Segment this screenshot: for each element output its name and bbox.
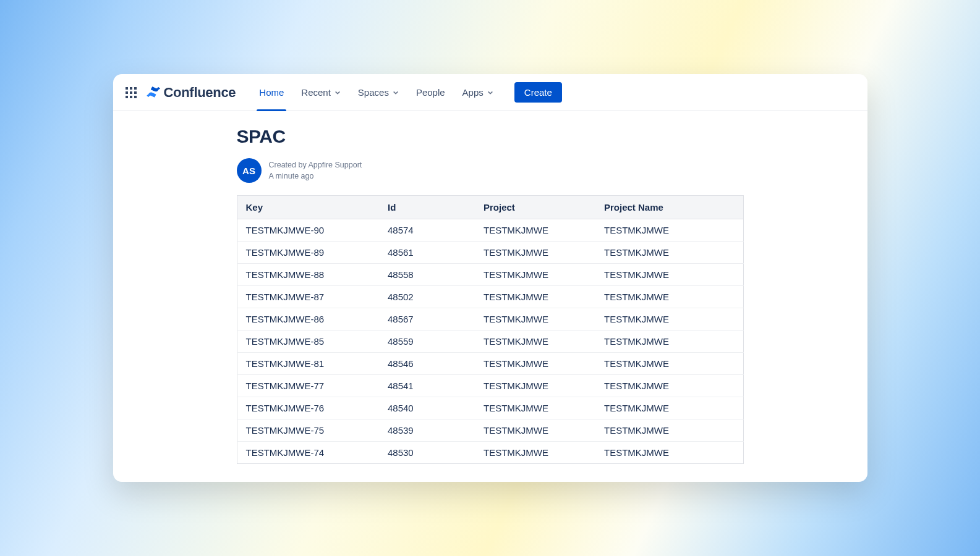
cell-key: TESTMKJMWE-87 <box>237 286 379 308</box>
cell-key: TESTMKJMWE-81 <box>237 353 379 375</box>
cell-project_name: TESTMKJMWE <box>595 353 743 375</box>
top-navigation: Confluence Home Recent Spaces People App… <box>113 74 867 111</box>
timestamp-text: A minute ago <box>269 171 362 182</box>
created-by-text: Created by Appfire Support <box>269 159 362 171</box>
nav-spaces[interactable]: Spaces <box>351 74 406 111</box>
cell-key: TESTMKJMWE-88 <box>237 264 379 286</box>
cell-id: 48561 <box>379 242 475 264</box>
cell-id: 48574 <box>379 219 475 242</box>
cell-project_name: TESTMKJMWE <box>595 308 743 331</box>
page-title: SPAC <box>237 126 867 147</box>
cell-project: TESTMKJMWE <box>475 331 595 353</box>
page-byline: AS Created by Appfire Support A minute a… <box>237 158 867 183</box>
cell-id: 48539 <box>379 419 475 442</box>
cell-project: TESTMKJMWE <box>475 286 595 308</box>
cell-project: TESTMKJMWE <box>475 419 595 442</box>
chevron-down-icon <box>334 90 341 96</box>
table-row: TESTMKJMWE-8648567TESTMKJMWETESTMKJMWE <box>237 308 743 331</box>
nav-spaces-label: Spaces <box>358 87 389 98</box>
cell-key: TESTMKJMWE-76 <box>237 397 379 419</box>
cell-project: TESTMKJMWE <box>475 375 595 397</box>
cell-project: TESTMKJMWE <box>475 442 595 464</box>
cell-project: TESTMKJMWE <box>475 264 595 286</box>
cell-project_name: TESTMKJMWE <box>595 286 743 308</box>
cell-key: TESTMKJMWE-86 <box>237 308 379 331</box>
cell-id: 48558 <box>379 264 475 286</box>
header-project-name: Project Name <box>595 196 743 219</box>
avatar[interactable]: AS <box>237 158 262 183</box>
data-table: Key Id Project Project Name TESTMKJMWE-9… <box>237 195 744 464</box>
cell-id: 48546 <box>379 353 475 375</box>
cell-key: TESTMKJMWE-90 <box>237 219 379 242</box>
cell-key: TESTMKJMWE-77 <box>237 375 379 397</box>
nav-recent[interactable]: Recent <box>294 74 348 111</box>
cell-project_name: TESTMKJMWE <box>595 442 743 464</box>
byline-text: Created by Appfire Support A minute ago <box>269 159 362 182</box>
brand-name: Confluence <box>164 85 236 101</box>
cell-id: 48530 <box>379 442 475 464</box>
table-row: TESTMKJMWE-7548539TESTMKJMWETESTMKJMWE <box>237 419 743 442</box>
nav-people[interactable]: People <box>409 74 453 111</box>
app-switcher-icon[interactable] <box>124 86 138 99</box>
chevron-down-icon <box>393 90 399 96</box>
cell-key: TESTMKJMWE-85 <box>237 331 379 353</box>
table-row: TESTMKJMWE-9048574TESTMKJMWETESTMKJMWE <box>237 219 743 242</box>
table-row: TESTMKJMWE-8148546TESTMKJMWETESTMKJMWE <box>237 353 743 375</box>
nav-people-label: People <box>416 87 445 98</box>
cell-id: 48559 <box>379 331 475 353</box>
cell-project: TESTMKJMWE <box>475 242 595 264</box>
cell-id: 48541 <box>379 375 475 397</box>
app-window: Confluence Home Recent Spaces People App… <box>113 74 867 482</box>
nav-apps[interactable]: Apps <box>455 74 501 111</box>
page-content: SPAC AS Created by Appfire Support A min… <box>113 111 867 482</box>
cell-project_name: TESTMKJMWE <box>595 264 743 286</box>
cell-project_name: TESTMKJMWE <box>595 397 743 419</box>
cell-project: TESTMKJMWE <box>475 308 595 331</box>
header-id: Id <box>379 196 475 219</box>
cell-project_name: TESTMKJMWE <box>595 331 743 353</box>
cell-project: TESTMKJMWE <box>475 219 595 242</box>
cell-key: TESTMKJMWE-74 <box>237 442 379 464</box>
header-key: Key <box>237 196 379 219</box>
brand-logo[interactable]: Confluence <box>147 85 236 101</box>
cell-project_name: TESTMKJMWE <box>595 375 743 397</box>
cell-id: 48540 <box>379 397 475 419</box>
table-row: TESTMKJMWE-8848558TESTMKJMWETESTMKJMWE <box>237 264 743 286</box>
table-row: TESTMKJMWE-7748541TESTMKJMWETESTMKJMWE <box>237 375 743 397</box>
nav-apps-label: Apps <box>462 87 484 98</box>
confluence-icon <box>147 86 160 99</box>
table-row: TESTMKJMWE-8948561TESTMKJMWETESTMKJMWE <box>237 242 743 264</box>
cell-key: TESTMKJMWE-75 <box>237 419 379 442</box>
table-row: TESTMKJMWE-8548559TESTMKJMWETESTMKJMWE <box>237 331 743 353</box>
cell-project_name: TESTMKJMWE <box>595 219 743 242</box>
chevron-down-icon <box>487 90 493 96</box>
nav-home[interactable]: Home <box>252 74 291 111</box>
cell-project_name: TESTMKJMWE <box>595 419 743 442</box>
nav-home-label: Home <box>259 87 284 98</box>
header-project: Project <box>475 196 595 219</box>
table-row: TESTMKJMWE-7648540TESTMKJMWETESTMKJMWE <box>237 397 743 419</box>
cell-id: 48567 <box>379 308 475 331</box>
table-row: TESTMKJMWE-7448530TESTMKJMWETESTMKJMWE <box>237 442 743 464</box>
cell-key: TESTMKJMWE-89 <box>237 242 379 264</box>
create-button[interactable]: Create <box>514 82 562 103</box>
cell-id: 48502 <box>379 286 475 308</box>
table-row: TESTMKJMWE-8748502TESTMKJMWETESTMKJMWE <box>237 286 743 308</box>
cell-project: TESTMKJMWE <box>475 353 595 375</box>
cell-project_name: TESTMKJMWE <box>595 242 743 264</box>
cell-project: TESTMKJMWE <box>475 397 595 419</box>
nav-items: Home Recent Spaces People Apps <box>252 74 501 111</box>
table-header-row: Key Id Project Project Name <box>237 196 743 219</box>
nav-recent-label: Recent <box>301 87 331 98</box>
